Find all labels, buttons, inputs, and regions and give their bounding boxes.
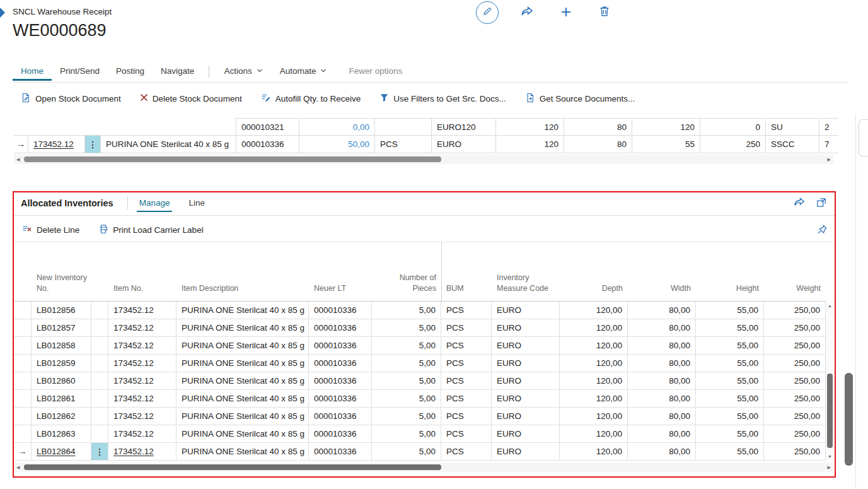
cell-item-no[interactable]: 173452.12 [108,408,176,425]
cell-item-description[interactable]: PURINA ONE Sterilcat 40 x 85 g [176,443,309,461]
fewer-options-button[interactable]: Fewer options [340,62,410,81]
cell-carrier-type[interactable]: SSCC [766,136,819,153]
cell-inventory-measure-code[interactable]: EURO [492,408,560,425]
allocated-table-row[interactable]: LB012856173452.12PURINA ONE Sterilcat 40… [14,302,826,319]
pin-button[interactable] [817,224,828,237]
open-in-new-window-button[interactable] [816,197,827,211]
row-options-cell[interactable]: ⋮ [91,443,108,461]
cell-item-no[interactable]: 173452.12 [108,443,176,461]
row-indicator-cell[interactable] [14,390,32,408]
cell-width[interactable]: 80,00 [628,302,696,319]
cell-depth[interactable]: 120,00 [560,390,628,408]
header-item-no[interactable]: Item No. [108,242,176,301]
cell-uom[interactable] [375,118,432,136]
cell-number-of-pieces[interactable]: 5,00 [372,319,441,337]
cell-measure-code[interactable]: EURO [432,136,496,153]
header-weight[interactable]: Weight [764,242,826,301]
row-indicator-cell[interactable] [14,408,32,425]
cell-bum[interactable]: PCS [441,425,492,443]
use-filters-button[interactable]: Use Filters to Get Src. Docs... [379,93,506,104]
cell-new-inventory-no[interactable]: LB012856 [32,302,91,319]
cell-measure-code[interactable]: EURO120 [432,118,496,136]
cell-bum[interactable]: PCS [441,372,492,390]
delete-stock-document-button[interactable]: Delete Stock Document [140,93,242,103]
cell-neuer-lt[interactable]: 000010336 [309,372,372,390]
cell-height[interactable]: 55 [632,136,700,153]
row-options-cell[interactable] [91,355,108,372]
cell-depth[interactable]: 120,00 [560,443,628,461]
cell-weight[interactable]: 250,00 [764,337,826,355]
cell-inventory-measure-code[interactable]: EURO [492,443,560,461]
cell-height[interactable]: 55,00 [696,390,764,408]
tab-home[interactable]: Home [13,62,52,81]
cell-height[interactable]: 55,00 [696,443,764,461]
cell-height[interactable]: 55,00 [696,337,764,355]
cell-depth[interactable]: 120,00 [560,319,628,337]
allocated-table-row[interactable]: LB012863173452.12PURINA ONE Sterilcat 40… [14,425,826,443]
vscroll-thumb[interactable] [827,374,833,448]
cell-weight[interactable]: 0 [700,118,766,136]
header-bum[interactable]: BUM [441,242,492,301]
cell-item-description[interactable]: PURINA ONE Sterilcat 40 x 85 g [176,337,309,355]
menu-automate[interactable]: Automate [272,62,336,81]
row-indicator-cell[interactable] [14,355,32,372]
cell-weight[interactable]: 250 [700,136,766,153]
get-source-documents-button[interactable]: Get Source Documents... [525,93,635,105]
scroll-up-icon[interactable]: ▲ [828,303,832,308]
cell-number-of-pieces[interactable]: 5,00 [372,443,441,461]
row-indicator-cell[interactable] [14,425,32,443]
cell-height[interactable]: 55,00 [696,319,764,337]
cell-qty-to-receive[interactable]: 50,00 [299,136,375,153]
allocated-table-row[interactable]: LB012859173452.12PURINA ONE Sterilcat 40… [14,355,826,372]
cell-item-description[interactable]: PURINA ONE Sterilcat 40 x 85 g [176,319,309,337]
tab-manage[interactable]: Manage [137,194,173,212]
cell-new-inventory-no[interactable]: LB012862 [32,408,91,425]
cell-height[interactable]: 55,00 [696,355,764,372]
cell-width[interactable]: 80,00 [628,408,696,425]
row-options-cell[interactable] [91,302,108,319]
cell-width[interactable]: 80,00 [628,355,696,372]
tab-line[interactable]: Line [186,194,207,212]
tab-posting[interactable]: Posting [108,62,153,81]
cell-item-no[interactable]: 173452.12 [108,302,176,319]
part-share-button[interactable] [793,196,806,211]
receipt-line-row[interactable]: → 173452.12 ⋮ PURINA ONE Sterilcat 40 x … [14,136,838,153]
cell-width[interactable]: 80 [564,136,632,153]
scroll-down-icon[interactable]: ▼ [828,454,832,459]
cell-clipped[interactable]: 2 [819,118,838,136]
cell-item-no[interactable]: 173452.12 [108,425,176,443]
cell-neuer-lt[interactable]: 000010336 [309,337,372,355]
cell-inventory-measure-code[interactable]: EURO [492,337,560,355]
cell-carrier-type[interactable]: SU [766,118,819,136]
cell-neuer-lt[interactable]: 000010336 [309,302,372,319]
hscroll-thumb[interactable] [24,156,441,162]
cell-clipped[interactable]: 7 [819,136,838,153]
cell-height[interactable]: 55,00 [696,408,764,425]
allocated-table-row[interactable]: →LB012864⋮173452.12PURINA ONE Sterilcat … [14,443,826,461]
cell-inventory-measure-code[interactable]: EURO [492,355,560,372]
cell-height[interactable]: 55,00 [696,425,764,443]
cell-item-description[interactable]: PURINA ONE Sterilcat 40 x 85 g [176,408,309,425]
cell-neuer-lt[interactable]: 000010336 [309,408,372,425]
cell-new-inventory-no[interactable]: LB012864 [32,443,91,461]
cell-uom[interactable]: PCS [375,136,432,153]
row-indicator-cell[interactable]: → [14,443,32,461]
cell-width[interactable]: 80,00 [628,372,696,390]
cell-item-no[interactable]: 173452.12 [108,319,176,337]
delete-button[interactable] [597,5,612,20]
row-options-cell[interactable] [91,390,108,408]
edit-button[interactable] [476,1,499,24]
cell-item-description[interactable]: PURINA ONE Sterilcat 40 x 85 g [176,372,309,390]
cell-neuer-lt[interactable]: 000010336 [309,425,372,443]
cell-item-no[interactable]: 173452.12 [108,355,176,372]
cell-qty-to-receive[interactable]: 0,00 [299,118,375,136]
cell-weight[interactable]: 250,00 [764,425,826,443]
cell-height[interactable]: 55,00 [696,372,764,390]
hscroll-thumb[interactable] [24,464,441,470]
row-options-icon[interactable]: ⋮ [85,136,101,153]
cell-item-no[interactable]: 173452.12 [28,136,85,153]
scroll-right-icon[interactable]: ▶ [828,465,831,470]
cell-item-no[interactable]: 173452.12 [108,337,176,355]
breadcrumb[interactable]: SNCL Warehouse Receipt [13,7,112,16]
allocated-table-row[interactable]: LB012862173452.12PURINA ONE Sterilcat 40… [14,408,826,425]
